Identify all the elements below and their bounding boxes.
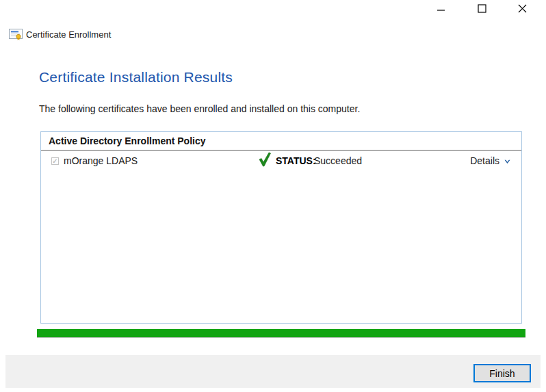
policy-header: Active Directory Enrollment Policy (41, 132, 521, 151)
status-label: STATUS: (276, 155, 316, 166)
enrollment-progress-bar (37, 329, 525, 338)
maximize-icon (478, 4, 486, 13)
app-title: Certificate Enrollment (26, 29, 111, 40)
green-check-icon (258, 152, 272, 167)
details-dropdown[interactable]: Details (470, 155, 510, 166)
minimize-button[interactable] (436, 3, 447, 14)
status-value: Succeeded (314, 155, 362, 166)
finish-button[interactable]: Finish (473, 364, 531, 382)
footer-bar: Finish (5, 355, 541, 388)
enrollment-results-panel: Active Directory Enrollment Policy ✓ mOr… (40, 131, 522, 324)
certificate-row: ✓ mOrange LDAPS STATUS: Succeeded Detail… (41, 151, 521, 172)
certificate-checkbox[interactable]: ✓ (51, 157, 59, 165)
page-title: Certificate Installation Results (39, 69, 233, 86)
maximize-button[interactable] (476, 3, 487, 14)
minimize-icon (437, 4, 445, 12)
close-icon (518, 4, 527, 13)
details-label: Details (470, 155, 499, 166)
chevron-down-icon (504, 159, 510, 164)
certificate-name: mOrange LDAPS (64, 155, 138, 166)
close-button[interactable] (517, 3, 528, 14)
page-description: The following certificates have been enr… (39, 103, 360, 114)
progress-bar-fill (37, 329, 525, 337)
certificate-icon (9, 29, 23, 40)
